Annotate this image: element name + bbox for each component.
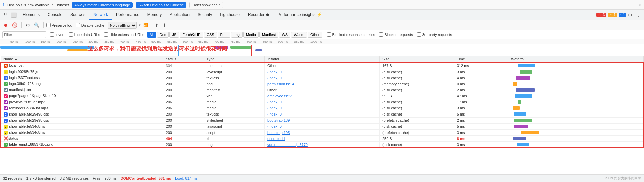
initiator-link[interactable]: permission.ts:14 xyxy=(267,82,294,86)
blocked-cookies-label[interactable]: Blocked response cookies xyxy=(327,32,375,37)
dont-show-btn[interactable]: Don't show again xyxy=(189,2,223,8)
initiator-link[interactable]: vue.runtime.esm.js:6779 xyxy=(267,143,308,147)
type-btn-doc[interactable]: Doc xyxy=(157,32,169,38)
tab-console[interactable]: Console xyxy=(44,10,66,20)
disable-cache-label[interactable]: Disable cache xyxy=(76,23,104,27)
status-dom-content: DOMContentLoaded: 581 ms xyxy=(121,176,171,180)
initiator-link[interactable]: (index):0 xyxy=(267,124,282,128)
col-status[interactable]: Status xyxy=(163,56,204,62)
col-initiator[interactable]: Initiator xyxy=(265,56,380,62)
initiator-link[interactable]: (index):0 xyxy=(267,76,282,80)
type-btn-ws[interactable]: WS xyxy=(279,32,290,38)
tab-application[interactable]: Application xyxy=(166,10,194,20)
match-language-btn[interactable]: Always match Chrome's language xyxy=(72,2,133,8)
device-icon-btn[interactable]: ⬜ xyxy=(9,11,19,19)
type-btn-font[interactable]: Font xyxy=(218,32,230,38)
preserve-log-check[interactable] xyxy=(46,23,51,27)
col-time[interactable]: Time xyxy=(454,56,508,62)
initiator-link[interactable]: users.ts:11 xyxy=(267,137,285,141)
waterfall-bar-wrap xyxy=(511,100,565,104)
table-row[interactable]: JshopTable.fe534d8f.js 200 javascript (i… xyxy=(1,123,643,129)
toolbar-sep-2 xyxy=(43,22,44,28)
table-row[interactable]: Clogin.f8377ced.css 200 text/css (index)… xyxy=(1,75,643,81)
disable-cache-check[interactable] xyxy=(76,23,80,27)
blocked-requests-check[interactable] xyxy=(379,32,383,37)
type-btn-all[interactable]: All xyxy=(147,32,156,38)
tab-security[interactable]: Security xyxy=(194,10,216,20)
cell-type: png xyxy=(204,142,265,148)
throttle-select[interactable]: No throttling Fast 3G Slow 3G xyxy=(108,22,137,29)
table-row[interactable]: Mmanifest.json 200 manifest Other (disk … xyxy=(1,87,643,93)
clear-btn[interactable]: 🚫 xyxy=(11,22,19,28)
tab-memory[interactable]: Memory xyxy=(143,10,166,20)
initiator-link[interactable]: (index):0 xyxy=(267,100,282,104)
col-type[interactable]: Type xyxy=(204,56,265,62)
record-btn[interactable]: ⏺ xyxy=(2,22,9,28)
initiator-link[interactable]: (index):0 xyxy=(267,112,282,116)
cell-name: Mmanifest.json xyxy=(1,87,163,93)
type-btn-fetch[interactable]: Fetch/XHR xyxy=(180,32,203,38)
col-size[interactable]: Size xyxy=(379,56,454,62)
type-btn-other[interactable]: Other xyxy=(308,32,322,38)
waterfall-bar-wrap xyxy=(511,119,565,122)
hide-extension-label[interactable]: Hide extension URLs xyxy=(104,32,144,37)
col-waterfall[interactable]: Waterfall xyxy=(508,56,643,62)
initiator-link[interactable]: (index):0 xyxy=(267,70,282,74)
settings-gear-btn[interactable]: ⚙ xyxy=(627,12,634,18)
more-options-btn[interactable]: ⋮ xyxy=(634,11,642,19)
col-name[interactable]: Name ▲ xyxy=(1,56,163,62)
hide-extension-check[interactable] xyxy=(104,32,108,37)
type-btn-img[interactable]: Img xyxy=(231,32,243,38)
switch-devtools-btn[interactable]: Switch DevTools to Chinese xyxy=(136,2,186,8)
invert-label[interactable]: Invert xyxy=(50,32,65,37)
table-row[interactable]: Ptable_empty.885371bc.png 200 png vue.ru… xyxy=(1,142,643,148)
import-btn[interactable]: ⬆ xyxy=(154,22,160,28)
search-btn[interactable]: 🔍 xyxy=(33,22,41,28)
filter-input[interactable] xyxy=(2,31,46,38)
table-row[interactable]: JshopTable.fe534d8f.js 200 script bootst… xyxy=(1,130,643,136)
table-row[interactable]: Plogo.38b01728.png 200 png permission.ts… xyxy=(1,81,643,87)
blocked-requests-label[interactable]: Blocked requests xyxy=(379,32,413,37)
tab-elements[interactable]: Elements xyxy=(19,10,44,20)
tab-performance-insights[interactable]: Performance insights ⚡ xyxy=(274,10,326,20)
tab-network[interactable]: Network xyxy=(89,10,112,20)
type-btn-css[interactable]: CSS xyxy=(204,32,217,38)
waterfall-bar xyxy=(513,137,526,140)
filter-options-btn[interactable]: ⚙ xyxy=(24,22,31,28)
cell-time: 4 ms xyxy=(454,75,508,81)
initiator-link[interactable]: bootstrap:139 xyxy=(267,118,290,122)
table-row[interactable]: Mreminder.0a3849af.mp3 206 media (index)… xyxy=(1,105,643,111)
hide-data-urls-label[interactable]: Hide data URLs xyxy=(69,32,100,37)
type-btn-manifest[interactable]: Manifest xyxy=(259,32,279,38)
third-party-check[interactable] xyxy=(417,32,421,37)
table-row[interactable]: Hlocalhost 304 document Other 167 B 312 … xyxy=(1,62,643,69)
third-party-label[interactable]: 3rd-party requests xyxy=(417,32,452,37)
cell-name: ❌status xyxy=(1,136,163,142)
initiator-link[interactable]: bootstrap:195 xyxy=(267,131,290,135)
preserve-log-label[interactable]: Preserve log xyxy=(46,23,72,27)
type-btn-wasm[interactable]: Wasm xyxy=(291,32,307,38)
export-btn[interactable]: ⬇ xyxy=(161,22,168,28)
ruler-800ms: 800 ms xyxy=(247,40,257,43)
notification-close-btn[interactable]: × xyxy=(638,2,641,8)
table-row[interactable]: Jlogin.90288d75.js 200 javascript (index… xyxy=(1,69,643,75)
hide-data-urls-check[interactable] xyxy=(69,32,73,37)
cell-waterfall xyxy=(508,130,643,136)
table-row[interactable]: Xpage?page=1&pageSize=10 200 xhr employe… xyxy=(1,93,643,99)
tab-performance[interactable]: Performance xyxy=(112,10,143,20)
tab-lighthouse[interactable]: Lighthouse xyxy=(216,10,244,20)
blocked-cookies-check[interactable] xyxy=(327,32,331,37)
type-btn-media[interactable]: Media xyxy=(243,32,259,38)
table-row[interactable]: CshopTable.5fd29e98.css 200 stylesheet b… xyxy=(1,117,643,123)
table-row[interactable]: ❌status 404 xhr users.ts:11 259 B 8 ms xyxy=(1,136,643,142)
cell-size: (disk cache) xyxy=(379,105,454,111)
invert-check[interactable] xyxy=(50,32,54,37)
tab-recorder[interactable]: Recorder ⏺ xyxy=(244,10,274,20)
initiator-link[interactable]: (index):0 xyxy=(267,106,282,110)
inspect-icon-btn[interactable]: ⠿ xyxy=(2,11,9,19)
type-btn-js[interactable]: JS xyxy=(169,32,179,38)
tab-sources[interactable]: Sources xyxy=(66,10,89,20)
initiator-link[interactable]: employee.ts:23 xyxy=(267,94,292,98)
table-row[interactable]: CshopTable.5fd29e98.css 200 text/css (in… xyxy=(1,111,643,117)
table-row[interactable]: Mpreview.3f1fe127.mp3 206 media (index):… xyxy=(1,99,643,105)
